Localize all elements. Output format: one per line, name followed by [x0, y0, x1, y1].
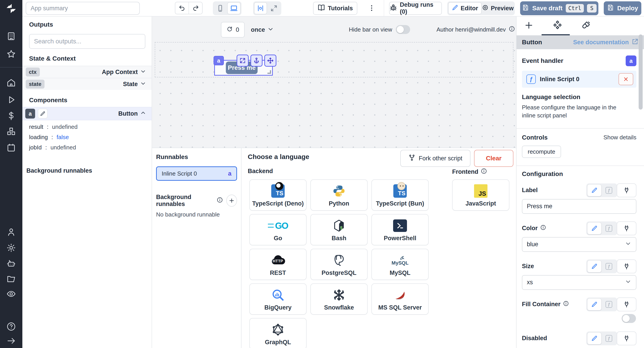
dynamic-fx-toggle[interactable]: ƒ	[602, 301, 616, 308]
users-person-icon[interactable]	[6, 227, 16, 237]
workers-robot-icon[interactable]	[6, 258, 16, 268]
fullwidth-layout-button[interactable]	[268, 2, 280, 14]
audit-eye-icon[interactable]	[6, 289, 16, 299]
resources-cubes-icon[interactable]	[6, 126, 16, 136]
ctx-row[interactable]: ctx App Context	[22, 66, 152, 78]
search-outputs-input[interactable]	[29, 34, 145, 49]
show-details-link[interactable]: Show details	[604, 134, 636, 141]
schedules-calendar-icon[interactable]	[6, 143, 16, 152]
lang-card-rest[interactable]: HTTP REST	[249, 249, 306, 280]
lang-card-go[interactable]: GO Go	[249, 214, 306, 245]
anchor-handle[interactable]	[250, 54, 262, 67]
expand-sidebar-arrow-icon[interactable]	[6, 336, 16, 346]
remove-script-button[interactable]	[618, 73, 633, 85]
styling-brush-tab-icon[interactable]	[582, 20, 591, 32]
rename-pencil-icon[interactable]	[38, 109, 48, 118]
app-summary-input[interactable]	[26, 2, 140, 15]
lang-card-powershell[interactable]: PowerShell	[372, 214, 429, 245]
lang-card-bigquery[interactable]: BigQuery	[249, 283, 306, 315]
center-layout-button[interactable]	[254, 2, 267, 14]
settings-gear-icon[interactable]	[6, 243, 16, 253]
windmill-logo-icon[interactable]	[5, 3, 17, 16]
refresh-count-box[interactable]: 0	[221, 22, 245, 38]
lang-card-snowflake[interactable]: Snowflake	[310, 283, 368, 315]
label-value-input[interactable]	[522, 199, 636, 214]
dynamic-fx-toggle[interactable]: ƒ	[602, 187, 616, 194]
connect-plug-button[interactable]	[617, 332, 636, 345]
see-documentation-link[interactable]: See documentation	[573, 38, 639, 47]
chevron-up-icon[interactable]	[140, 110, 146, 118]
bigquery-icon	[271, 288, 285, 302]
lang-card-postgresql[interactable]: PostgreSQL	[310, 249, 368, 280]
more-menu-kebab-icon[interactable]	[367, 3, 376, 13]
add-background-runnable-button[interactable]	[226, 194, 237, 207]
mobile-view-button[interactable]	[214, 2, 227, 14]
component-settings-tab-icon[interactable]	[553, 20, 562, 32]
lang-card-javascript[interactable]: JS JavaScript	[452, 179, 510, 211]
lang-card-graphql[interactable]: GraphQL	[249, 318, 306, 348]
variables-dollar-icon[interactable]	[6, 111, 16, 121]
favorites-star-icon[interactable]	[6, 49, 16, 59]
static-pencil-toggle[interactable]	[587, 298, 602, 310]
prop-jobid: jobId: undefined	[29, 144, 145, 154]
info-icon[interactable]	[480, 168, 487, 176]
info-icon[interactable]	[508, 26, 515, 34]
clear-button[interactable]: Clear	[474, 150, 514, 167]
color-select[interactable]: blue	[522, 237, 636, 252]
static-pencil-toggle[interactable]	[587, 184, 602, 196]
runs-play-icon[interactable]	[6, 95, 16, 105]
connect-plug-button[interactable]	[617, 184, 636, 197]
canvas-grid[interactable]: a Press me 100%	[152, 42, 516, 148]
connect-plug-button[interactable]	[617, 222, 636, 235]
runnable-item-inline-script-0[interactable]: Inline Script 0 a	[156, 166, 237, 181]
component-row-button[interactable]: a Button	[22, 107, 152, 120]
hide-bar-toggle[interactable]	[396, 25, 410, 34]
home-icon[interactable]	[6, 78, 16, 88]
static-pencil-toggle[interactable]	[587, 260, 602, 272]
pencil-icon	[452, 4, 458, 12]
preview-tab[interactable]: Preview	[482, 2, 514, 14]
help-icon[interactable]	[6, 322, 16, 332]
app-canvas: 0 once Hide bar on view Author henri@win…	[152, 16, 516, 148]
fill-container-toggle[interactable]	[622, 314, 636, 323]
info-icon[interactable]	[563, 300, 569, 308]
resize-corner-handle[interactable]	[268, 70, 271, 74]
tutorials-button[interactable]: Tutorials	[313, 2, 357, 15]
workspace-icon[interactable]	[6, 31, 16, 41]
dynamic-fx-toggle[interactable]: ƒ	[602, 335, 616, 342]
panel-scrollbar[interactable]	[639, 34, 643, 110]
dynamic-fx-toggle[interactable]: ƒ	[602, 263, 616, 270]
desktop-view-button[interactable]	[227, 2, 240, 14]
state-row[interactable]: state State	[22, 78, 152, 90]
deploy-button[interactable]: Deploy	[604, 1, 641, 15]
static-pencil-toggle[interactable]	[587, 332, 602, 344]
dynamic-fx-toggle[interactable]: ƒ	[602, 225, 616, 232]
info-icon[interactable]	[540, 224, 546, 232]
connect-plug-button[interactable]	[617, 260, 636, 273]
redo-button[interactable]	[189, 2, 202, 14]
chevron-down-icon[interactable]	[140, 68, 146, 76]
connect-plug-button[interactable]	[617, 298, 636, 311]
move-handle[interactable]	[264, 54, 276, 67]
recompute-button[interactable]: recompute	[522, 146, 561, 158]
inline-script-row[interactable]: ƒ Inline Script 0	[522, 71, 636, 88]
save-draft-button[interactable]: Save draft Ctrl S	[520, 1, 598, 15]
expand-handle[interactable]	[236, 54, 249, 67]
editor-tab[interactable]: Editor	[448, 2, 482, 14]
lang-card-python[interactable]: Python	[310, 179, 368, 211]
size-select[interactable]: xs	[522, 275, 636, 290]
lang-card-ms-sql-server[interactable]: MS SQL Server	[372, 283, 429, 315]
schedule-dropdown[interactable]: once	[251, 22, 274, 38]
folders-icon[interactable]	[6, 274, 16, 284]
lang-card-bash[interactable]: $ Bash	[310, 214, 368, 245]
lang-card-mysql[interactable]: MySQL MySQL	[372, 249, 429, 280]
debug-runs-button[interactable]: Debug runs (0)	[389, 2, 442, 15]
lang-card-typescript-deno[interactable]: TS TypeScript (Deno)	[249, 179, 306, 211]
fork-other-script-button[interactable]: Fork other script	[400, 150, 470, 167]
insert-component-tab-plus-icon[interactable]	[524, 20, 534, 32]
static-pencil-toggle[interactable]	[587, 222, 602, 234]
lang-card-typescript-bun[interactable]: TS TypeScript (Bun)	[372, 179, 429, 211]
undo-button[interactable]	[175, 2, 189, 14]
info-icon[interactable]	[216, 196, 223, 205]
chevron-down-icon[interactable]	[140, 80, 146, 88]
